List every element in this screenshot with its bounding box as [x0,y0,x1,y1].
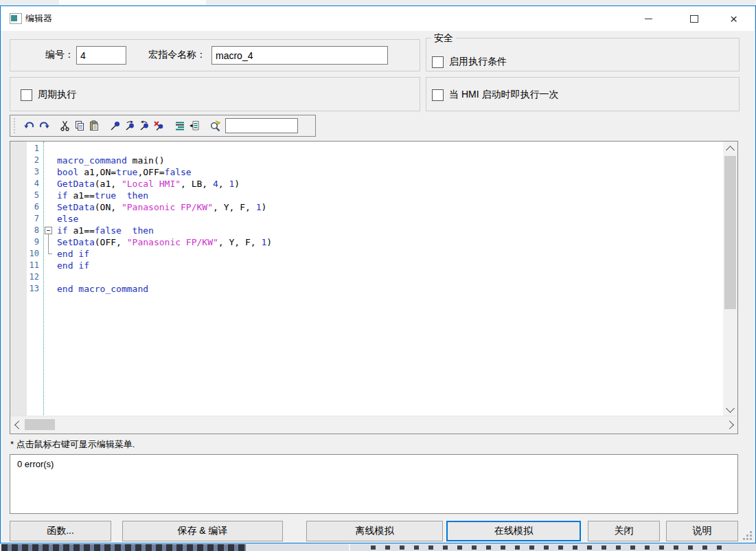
line-number: 9 [10,236,42,248]
find-icon[interactable] [208,119,222,133]
startup-checkrow: 当 HMI 启动时即执行一次 [432,89,558,101]
editor-dialog: 编辑器 × 编号： 宏指令名称： 安全 启用执行条件 周期执行 [0,5,756,543]
screen: 编辑器 × 编号： 宏指令名称： 安全 启用执行条件 周期执行 [0,0,756,551]
line-number: 12 [10,271,42,283]
enable-condition-checkbox[interactable] [432,56,444,68]
code-line[interactable]: 8if a1==false then [10,225,723,236]
line-number: 8 [10,225,42,236]
close-dialog-button[interactable]: 关闭 [588,521,660,541]
macro-name-input[interactable] [211,46,388,65]
scroll-left-icon[interactable] [10,416,24,433]
titlebar[interactable]: 编辑器 × [1,6,754,31]
fold-margin [42,178,57,190]
line-number: 1 [10,143,42,155]
fold-marker [42,236,57,248]
security-group: 安全 启用执行条件 [426,38,740,71]
clear-bookmarks-icon[interactable] [151,119,165,133]
code-line[interactable]: 1 [10,143,723,155]
redo-icon[interactable] [36,119,51,133]
horizontal-scrollbar[interactable] [10,416,737,434]
copy-icon[interactable] [72,119,87,133]
toggle-bookmark-icon[interactable] [108,119,122,133]
periodic-checkbox[interactable] [21,89,32,101]
number-input[interactable] [76,46,126,65]
code-area[interactable]: 12macro_command main()3bool a1,ON=true,O… [10,142,723,416]
code-line[interactable]: 12 [10,271,723,283]
toolbar-grip[interactable] [14,118,18,133]
code-text: if a1==false then [57,225,154,236]
code-line[interactable]: 13end macro_command [10,283,723,295]
hint-text: * 点击鼠标右键可显示编辑菜单. [10,438,135,451]
save-compile-button[interactable]: 保存 & 编译 [122,521,283,541]
fold-margin [42,213,57,225]
line-number: 4 [10,178,42,190]
startup-label: 当 HMI 启动时即执行一次 [449,89,558,101]
undo-icon[interactable] [22,119,36,133]
fold-marker[interactable] [42,225,57,236]
offline-simulation-button[interactable]: 离线模拟 [306,521,443,541]
next-bookmark-icon[interactable] [122,119,137,133]
compile-output: 0 error(s) [10,454,738,514]
fold-marker [42,248,57,260]
minimize-icon [645,19,652,19]
code-line[interactable]: 6SetData(ON, "Panasonic FP/KW", Y, F, 1) [10,201,723,213]
scroll-up-icon[interactable] [723,142,737,155]
fold-margin [42,201,57,213]
code-line[interactable]: 9SetData(OFF, "Panasonic FP/KW", Y, F, 1… [10,236,723,248]
outdent-icon[interactable] [187,119,201,133]
close-button[interactable]: × [718,6,749,31]
maximize-icon [690,15,698,23]
scroll-right-icon[interactable] [724,416,737,433]
vertical-scrollbar[interactable] [723,142,737,416]
code-line[interactable]: 4GetData(a1, "Local HMI", LB, 4, 1) [10,178,723,190]
code-line[interactable]: 2macro_command main() [10,155,723,166]
fold-margin [42,155,57,166]
code-line[interactable]: 5if a1==true then [10,190,723,201]
code-text: SetData(OFF, "Panasonic FP/KW", Y, F, 1) [57,236,272,248]
code-text: bool a1,ON=true,OFF=false [57,166,192,178]
line-number: 7 [10,213,42,225]
minimize-button[interactable] [633,6,664,31]
editor-toolbar [10,115,316,137]
code-text: end if [57,260,89,271]
horizontal-scrollbar-thumb[interactable] [25,419,55,430]
line-number: 13 [10,283,42,295]
code-line[interactable]: 10end if [10,248,723,260]
startup-checkbox[interactable] [432,89,444,101]
scroll-down-icon[interactable] [723,403,737,416]
indent-icon[interactable] [172,119,187,133]
code-editor[interactable]: 12macro_command main()3bool a1,ON=true,O… [10,141,738,434]
line-number: 5 [10,190,42,201]
line-number: 10 [10,248,42,260]
error-count: 0 error(s) [17,459,54,469]
code-text: end if [57,248,89,260]
code-text: else [57,213,78,225]
code-line[interactable]: 7else [10,213,723,225]
resize-grip[interactable] [744,531,752,539]
enable-condition-label: 启用执行条件 [449,56,507,68]
close-icon: × [730,12,737,25]
fold-margin [42,260,57,271]
fold-margin [42,190,57,201]
fold-margin [42,143,57,155]
code-lines[interactable]: 12macro_command main()3bool a1,ON=true,O… [10,143,723,295]
previous-bookmark-icon[interactable] [137,119,151,133]
background-window-bottom [0,543,756,551]
code-text: macro_command main() [57,155,165,166]
number-label: 编号： [45,49,74,61]
code-line[interactable]: 3bool a1,ON=true,OFF=false [10,166,723,178]
cut-icon[interactable] [58,119,72,133]
enable-condition-checkrow: 启用执行条件 [432,56,507,68]
help-button[interactable]: 说明 [666,521,738,541]
online-simulation-button[interactable]: 在线模拟 [446,521,581,541]
functions-button[interactable]: 函数... [10,521,111,541]
paste-icon[interactable] [87,119,101,133]
line-number: 11 [10,260,42,271]
code-line[interactable]: 11end if [10,260,723,271]
vertical-scrollbar-thumb[interactable] [724,156,736,309]
search-input[interactable] [225,118,298,133]
maximize-button[interactable] [678,6,709,31]
window-title: 编辑器 [25,12,52,25]
periodic-checkrow: 周期执行 [21,89,76,101]
periodic-group: 周期执行 [10,77,420,111]
